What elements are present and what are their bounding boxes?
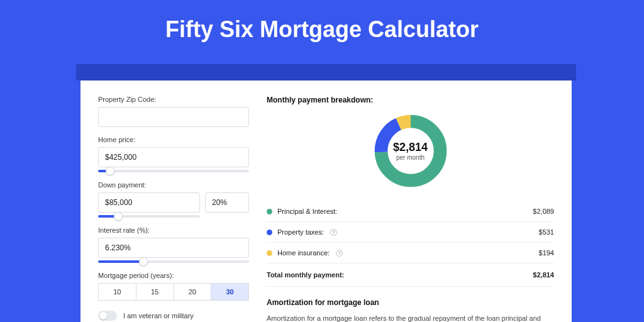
donut-wrap: $2,814 per month (267, 112, 554, 190)
interest-rate-label: Interest rate (%): (98, 226, 249, 234)
legend-row: Home insurance:?$194 (267, 243, 554, 264)
inputs-panel: Property Zip Code: Home price: Down paym… (98, 96, 249, 322)
home-price-input[interactable] (98, 147, 249, 167)
donut-amount: $2,814 (393, 141, 428, 154)
donut-sub: per month (396, 154, 425, 161)
period-option-30[interactable]: 30 (211, 283, 249, 301)
info-icon[interactable]: ? (336, 250, 343, 257)
period-field: Mortgage period (years): 10152030 (98, 272, 249, 301)
period-label: Mortgage period (years): (98, 272, 249, 279)
interest-rate-field: Interest rate (%): (98, 226, 249, 263)
donut-chart: $2,814 per month (372, 112, 450, 190)
amortization-section: Amortization for mortgage loan Amortizat… (267, 298, 554, 322)
home-price-field: Home price: (98, 136, 249, 172)
toggle-knob (99, 312, 107, 319)
header-band (76, 64, 576, 80)
legend-dot (267, 250, 272, 256)
legend-label: Principal & Interest: (277, 208, 337, 215)
down-payment-pct-input[interactable] (205, 192, 249, 213)
info-icon[interactable]: ? (330, 229, 337, 236)
zip-field: Property Zip Code: (98, 96, 249, 127)
period-option-10[interactable]: 10 (98, 283, 136, 301)
legend-value: $2,089 (533, 208, 554, 215)
interest-rate-slider[interactable] (98, 260, 249, 263)
amortization-title: Amortization for mortgage loan (267, 298, 554, 307)
legend-dot (267, 230, 272, 235)
zip-label: Property Zip Code: (98, 96, 249, 103)
down-payment-field: Down payment: (98, 181, 249, 218)
legend-label: Property taxes: (277, 228, 324, 236)
legend-value: $194 (539, 249, 554, 257)
down-payment-slider[interactable] (98, 215, 200, 218)
period-option-20[interactable]: 20 (174, 283, 212, 301)
zip-input[interactable] (98, 107, 249, 127)
calculator-card: Property Zip Code: Home price: Down paym… (80, 80, 572, 322)
veteran-label: I am veteran or military (123, 312, 194, 319)
veteran-row: I am veteran or military (98, 311, 249, 321)
down-payment-label: Down payment: (98, 181, 249, 189)
home-price-slider[interactable] (98, 170, 249, 172)
total-row: Total monthly payment: $2,814 (267, 264, 554, 287)
veteran-toggle[interactable] (98, 311, 117, 321)
period-segmented: 10152030 (98, 283, 249, 301)
legend-row: Property taxes:?$531 (267, 222, 554, 243)
page-title: Fifty Six Mortgage Calculator (0, 0, 644, 57)
amortization-body: Amortization for a mortgage loan refers … (267, 313, 554, 322)
donut-center: $2,814 per month (372, 112, 450, 190)
legend-label: Home insurance: (277, 249, 330, 257)
legend-value: $531 (539, 228, 554, 236)
period-option-15[interactable]: 15 (136, 283, 174, 301)
total-label: Total monthly payment: (267, 271, 344, 279)
breakdown-title: Monthly payment breakdown: (267, 96, 554, 104)
home-price-label: Home price: (98, 136, 249, 143)
legend-dot (267, 209, 272, 214)
interest-rate-input[interactable] (98, 238, 249, 258)
legend-row: Principal & Interest:$2,089 (267, 201, 554, 222)
breakdown-panel: Monthly payment breakdown: $2,814 per mo… (267, 96, 554, 322)
legend: Principal & Interest:$2,089Property taxe… (267, 201, 554, 264)
total-value: $2,814 (533, 271, 554, 279)
down-payment-input[interactable] (98, 192, 200, 213)
